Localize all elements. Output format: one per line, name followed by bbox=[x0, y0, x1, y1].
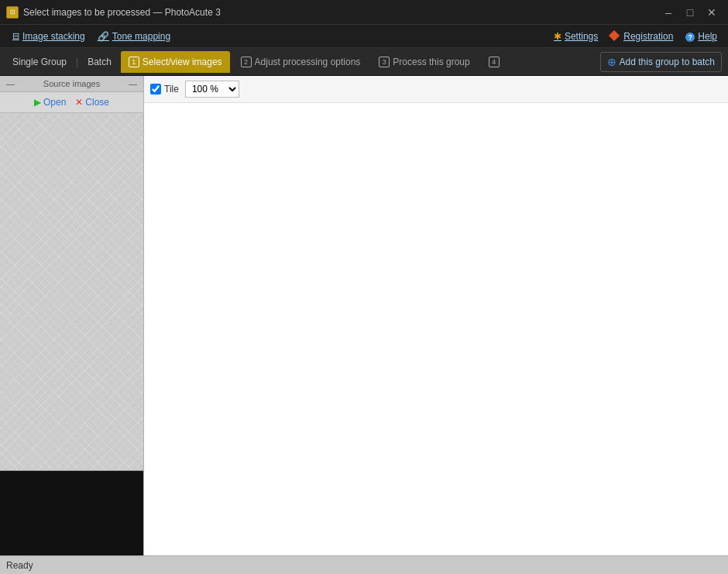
close-image-button[interactable]: ✕ Close bbox=[75, 97, 109, 108]
tab4-number: 4 bbox=[489, 57, 500, 67]
window-controls: – □ ✕ bbox=[658, 2, 722, 22]
tab1-number: 1 bbox=[129, 57, 139, 67]
minimize-button[interactable]: – bbox=[658, 2, 678, 22]
zoom-select[interactable]: 100 % 25 % 50 % 75 % 150 % 200 % bbox=[185, 81, 239, 98]
add-to-batch-button[interactable]: ⊕ Add this group to batch bbox=[600, 52, 722, 72]
tab1-label: Select/view images bbox=[143, 57, 222, 67]
single-group-tab[interactable]: Single Group bbox=[6, 53, 73, 70]
window-title: Select images to be processed — PhotoAcu… bbox=[23, 7, 658, 18]
close-button[interactable]: ✕ bbox=[702, 2, 722, 22]
menu-right-section: ✱ Settings Registration ? Help bbox=[549, 31, 722, 42]
tab3-number: 3 bbox=[379, 57, 390, 67]
registration-icon bbox=[610, 31, 618, 42]
tab-adjust-processing[interactable]: 2 Adjust processing options bbox=[233, 51, 369, 73]
tab3-label: Process this group bbox=[393, 57, 469, 67]
image-preview bbox=[0, 470, 143, 555]
app-icon: ⊡ bbox=[6, 6, 19, 19]
close-icon: ✕ bbox=[75, 97, 83, 108]
menu-settings[interactable]: ✱ Settings bbox=[549, 31, 603, 42]
help-icon: ? bbox=[685, 31, 695, 42]
tab-select-view-images[interactable]: 1 Select/view images bbox=[121, 51, 230, 73]
sidebar-actions: ▶ Open ✕ Close bbox=[0, 92, 143, 113]
tile-checkbox-label[interactable]: Tile bbox=[150, 84, 179, 95]
settings-icon: ✱ bbox=[554, 31, 561, 42]
sidebar: Source images ▶ Open ✕ Close bbox=[0, 76, 144, 555]
main-content: Source images ▶ Open ✕ Close Tile 100 % … bbox=[0, 76, 728, 555]
image-view-area[interactable] bbox=[144, 103, 728, 555]
tab-process-group[interactable]: 3 Process this group bbox=[371, 51, 477, 73]
tab-4[interactable]: 4 bbox=[481, 51, 507, 73]
status-text: Ready bbox=[6, 560, 33, 571]
title-bar: ⊡ Select images to be processed — PhotoA… bbox=[0, 0, 728, 25]
images-list-area[interactable] bbox=[0, 113, 143, 470]
menu-registration[interactable]: Registration bbox=[606, 31, 678, 42]
open-button[interactable]: ▶ Open bbox=[34, 97, 66, 108]
content-area: Tile 100 % 25 % 50 % 75 % 150 % 200 % bbox=[144, 76, 728, 555]
open-icon: ▶ bbox=[34, 97, 41, 108]
tab2-label: Adjust processing options bbox=[255, 57, 361, 67]
tab-bar: Single Group | Batch 1 Select/view image… bbox=[0, 48, 728, 76]
menu-bar: ⊟ Image stacking 🔗 Tone mapping ✱ Settin… bbox=[0, 25, 728, 48]
add-batch-icon: ⊕ bbox=[607, 56, 616, 68]
content-toolbar: Tile 100 % 25 % 50 % 75 % 150 % 200 % bbox=[144, 76, 728, 103]
tab2-number: 2 bbox=[241, 57, 252, 67]
menu-help[interactable]: ? Help bbox=[681, 31, 722, 42]
tile-checkbox-input[interactable] bbox=[150, 84, 161, 95]
status-bar: Ready bbox=[0, 555, 728, 574]
menu-image-stacking[interactable]: ⊟ Image stacking bbox=[6, 25, 91, 47]
menu-tone-mapping[interactable]: 🔗 Tone mapping bbox=[91, 25, 177, 47]
batch-tab[interactable]: Batch bbox=[81, 53, 118, 70]
maximize-button[interactable]: □ bbox=[680, 2, 700, 22]
tab-separator: | bbox=[76, 57, 78, 67]
sidebar-header: Source images bbox=[0, 76, 143, 92]
image-stacking-icon: ⊟ bbox=[12, 31, 19, 41]
tab-right-section: ⊕ Add this group to batch bbox=[600, 52, 722, 72]
tone-mapping-icon: 🔗 bbox=[98, 31, 109, 42]
